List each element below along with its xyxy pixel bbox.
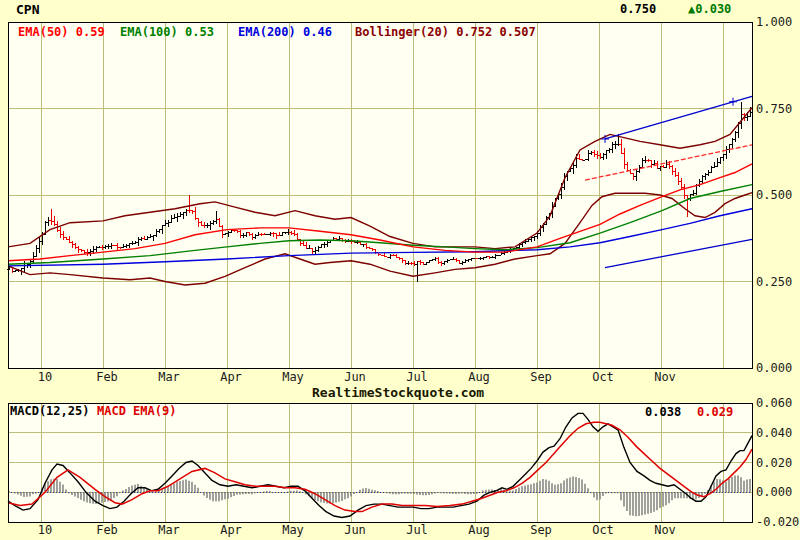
macd-x-axis-label: Jul	[400, 524, 434, 537]
macd-y-axis-label: 0.060	[756, 397, 792, 410]
macd-y-axis-label: -0.020	[756, 516, 799, 529]
macd-y-axis-label: 0.040	[756, 427, 792, 440]
price-x-axis-label: Jun	[338, 371, 372, 384]
last-price: 0.750	[620, 3, 656, 16]
price-y-axis-label: 0.750	[756, 103, 792, 116]
macd-x-axis-label: Aug	[462, 524, 496, 537]
macd-y-axis-label: 0.000	[756, 486, 792, 499]
macd-x-axis-label: Mar	[152, 524, 186, 537]
legend-ema100: EMA(100) 0.53	[120, 26, 214, 39]
price-x-axis-label: Mar	[152, 371, 186, 384]
macd-value: 0.038	[645, 406, 681, 419]
macd-signal-legend: MACD EMA(9)	[97, 405, 176, 418]
price-x-axis-label: Feb	[90, 371, 124, 384]
macd-x-axis-label: Feb	[90, 524, 124, 537]
price-y-axis-label: 0.250	[756, 276, 792, 289]
price-x-axis-label: Apr	[214, 371, 248, 384]
macd-x-axis-label: Oct	[586, 524, 620, 537]
price-x-axis-label: Sep	[524, 371, 558, 384]
macd-legend: MACD(12,25)	[10, 405, 89, 418]
price-x-axis-label: 10	[28, 371, 62, 384]
chart-canvas	[0, 0, 800, 540]
price-change-up: ▲0.030	[688, 3, 731, 16]
macd-x-axis-label: Jun	[338, 524, 372, 537]
legend-bollinger: Bollinger(20) 0.752 0.507	[355, 26, 536, 39]
stock-chart-page: CPN 0.750 ▲0.030 EMA(50) 0.59 EMA(100) 0…	[0, 0, 800, 540]
price-y-axis-label: 0.500	[756, 189, 792, 202]
macd-x-axis-label: Apr	[214, 524, 248, 537]
legend-ema50: EMA(50) 0.59	[18, 26, 105, 39]
legend-ema200: EMA(200) 0.46	[238, 26, 332, 39]
macd-x-axis-label: May	[276, 524, 310, 537]
price-y-axis-label: 0.000	[756, 362, 792, 375]
macd-x-axis-label: Sep	[524, 524, 558, 537]
price-x-axis-label: Oct	[586, 371, 620, 384]
ticker-symbol: CPN	[16, 3, 39, 16]
macd-x-axis-label: Nov	[648, 524, 682, 537]
price-x-axis-label: Aug	[462, 371, 496, 384]
price-x-axis-label: May	[276, 371, 310, 384]
macd-signal-value: 0.029	[697, 406, 733, 419]
macd-y-axis-label: 0.020	[756, 457, 792, 470]
price-x-axis-label: Nov	[648, 371, 682, 384]
price-x-axis-label: Jul	[400, 371, 434, 384]
watermark: RealtimeStockquote.com	[312, 386, 484, 399]
macd-x-axis-label: 10	[28, 524, 62, 537]
price-y-axis-label: 1.000	[756, 16, 792, 29]
